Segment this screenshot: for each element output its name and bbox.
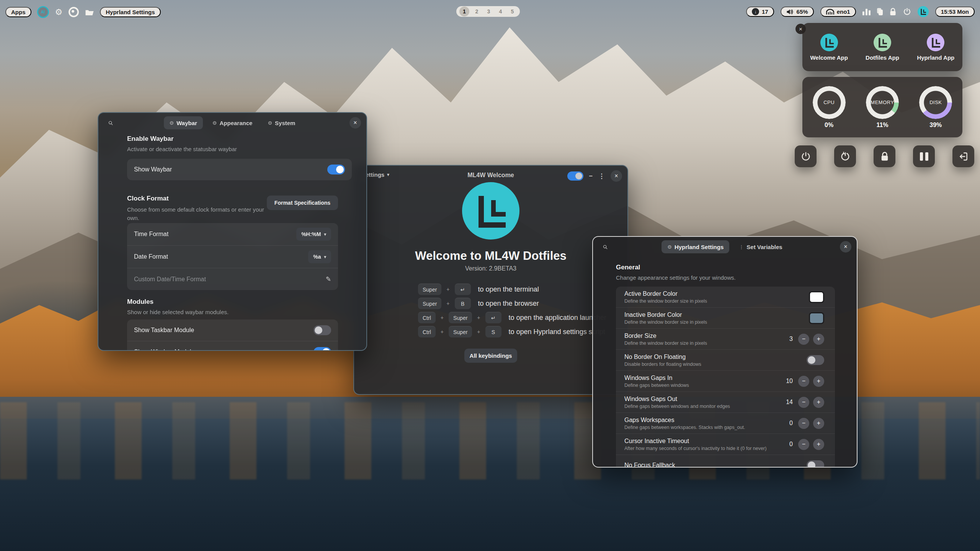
setting-title: Active Border Color bbox=[624, 290, 809, 297]
show-taskbar-toggle[interactable] bbox=[314, 325, 331, 335]
minus-icon: − bbox=[802, 420, 805, 427]
reboot-button[interactable] bbox=[834, 145, 856, 167]
settings-close-button[interactable]: × bbox=[350, 117, 361, 129]
plus-separator: + bbox=[477, 329, 480, 335]
workspace-1[interactable]: 1 bbox=[459, 7, 469, 16]
shutdown-button[interactable] bbox=[795, 145, 817, 167]
hyprland-app-launcher[interactable]: Hyprland App bbox=[909, 23, 962, 71]
key-ctrl: Ctrl bbox=[418, 312, 436, 323]
no-border-floating-toggle[interactable] bbox=[807, 355, 824, 365]
search-button[interactable] bbox=[106, 118, 115, 127]
chevron-down-icon: ▾ bbox=[387, 172, 389, 177]
gaps-workspaces-value: 0 bbox=[789, 420, 793, 427]
settings-gear-icon[interactable]: ⚙ bbox=[55, 8, 63, 16]
key-s: S bbox=[485, 326, 501, 337]
key-b: B bbox=[455, 298, 471, 309]
memory-percent: 11% bbox=[876, 122, 888, 129]
tab-hyprland-label: Hyprland Settings bbox=[675, 244, 724, 250]
active-border-color-swatch[interactable] bbox=[809, 291, 824, 303]
custom-format-row[interactable]: Custom Date/Time Format ✎ bbox=[127, 268, 338, 290]
panel-close-button[interactable]: × bbox=[795, 24, 806, 34]
gaps-in-row: Windows Gaps In Define gaps between wind… bbox=[616, 371, 835, 392]
section-enable-desc: Activate or deactivate the statusbar way… bbox=[127, 146, 338, 152]
date-format-dropdown[interactable]: %a ▾ bbox=[308, 250, 331, 263]
keybind-row: Ctrl + Super + ↵ to open the application… bbox=[418, 312, 606, 323]
keybind-desc: to open Hyprland settings script bbox=[509, 328, 605, 336]
dotfiles-app-launcher[interactable]: Dotfiles App bbox=[856, 23, 909, 71]
menu-kebab-button[interactable]: ⋮ bbox=[598, 172, 605, 180]
system-gauges-panel: CPU 0% MEMORY 11% DISK 39% bbox=[802, 77, 962, 137]
section-general-desc: Change appearance settings for your wind… bbox=[616, 274, 736, 281]
updates-module[interactable]: ↓ 17 bbox=[746, 7, 774, 17]
ml4w-updates-icon[interactable]: AI bbox=[37, 6, 49, 18]
lock-button[interactable] bbox=[874, 145, 895, 167]
dotfiles-app-label: Dotfiles App bbox=[866, 54, 899, 61]
tab-set-variables[interactable]: ⋮ Set Variables bbox=[733, 240, 788, 253]
welcome-app-icon bbox=[820, 34, 838, 51]
setting-desc: Define gaps between windows bbox=[624, 383, 786, 388]
date-format-row: Date Format %a ▾ bbox=[127, 246, 338, 268]
show-waybar-toggle[interactable] bbox=[327, 165, 345, 174]
increment-button[interactable]: + bbox=[813, 397, 824, 408]
welcome-close-button[interactable]: × bbox=[611, 170, 622, 182]
all-keybindings-button[interactable]: All keybindings bbox=[464, 349, 517, 363]
workspace-5[interactable]: 5 bbox=[508, 7, 517, 16]
decrement-button[interactable]: − bbox=[798, 439, 809, 450]
ml4w-logo-icon[interactable] bbox=[918, 6, 929, 17]
disk-percent: 39% bbox=[929, 122, 942, 129]
lock-icon[interactable] bbox=[889, 8, 897, 16]
clock-module[interactable]: 15:53 Mon bbox=[935, 7, 975, 17]
setting-title: Windows Gaps Out bbox=[624, 396, 786, 403]
apps-label: Apps bbox=[11, 9, 26, 15]
increment-button[interactable]: + bbox=[813, 376, 824, 387]
decrement-button[interactable]: − bbox=[798, 334, 809, 345]
workspace-2[interactable]: 2 bbox=[472, 7, 481, 16]
active-window-label[interactable]: Hyprland Settings bbox=[100, 7, 160, 17]
folder-icon[interactable] bbox=[85, 8, 94, 16]
tab-set-variables-label: Set Variables bbox=[746, 244, 782, 250]
minimize-button[interactable]: – bbox=[589, 172, 593, 180]
tab-waybar[interactable]: ⚙ Waybar bbox=[164, 116, 203, 129]
tab-system[interactable]: ⚙ System bbox=[262, 116, 301, 129]
tab-appearance[interactable]: ⚙ Appearance bbox=[207, 116, 258, 129]
apps-button[interactable]: Apps bbox=[5, 7, 31, 17]
show-window-toggle[interactable] bbox=[314, 347, 331, 351]
no-focus-fallback-toggle[interactable] bbox=[807, 460, 824, 468]
kebab-icon: ⋮ bbox=[598, 173, 605, 180]
hyprland-close-button[interactable]: × bbox=[840, 241, 851, 253]
setting-desc: Define the window border size in pixels bbox=[624, 298, 809, 304]
time-format-label: Time Format bbox=[134, 231, 168, 238]
decrement-button[interactable]: − bbox=[798, 376, 809, 387]
system-monitor-icon[interactable] bbox=[862, 8, 871, 15]
time-format-dropdown[interactable]: %H:%M ▾ bbox=[296, 228, 331, 241]
format-specifications-button[interactable]: Format Specifications bbox=[267, 196, 338, 210]
workspace-3[interactable]: 3 bbox=[484, 7, 493, 16]
setting-title: Cursor Inactive Timeout bbox=[624, 438, 789, 445]
volume-module[interactable]: 65% bbox=[781, 7, 814, 17]
show-waybar-row: Show Waybar bbox=[127, 159, 352, 180]
search-button[interactable] bbox=[601, 242, 610, 251]
increment-button[interactable]: + bbox=[813, 439, 824, 450]
decrement-button[interactable]: − bbox=[798, 418, 809, 429]
increment-button[interactable]: + bbox=[813, 418, 824, 429]
time-format-value: %H:%M bbox=[301, 231, 321, 237]
cpu-percent: 0% bbox=[825, 122, 833, 129]
tab-hyprland-settings[interactable]: ⚙ Hyprland Settings bbox=[662, 240, 729, 253]
inactive-border-color-swatch[interactable] bbox=[809, 312, 824, 324]
decrement-button[interactable]: − bbox=[798, 397, 809, 408]
welcome-app-label: Welcome App bbox=[810, 54, 848, 61]
suspend-button[interactable] bbox=[913, 145, 935, 167]
clipboard-icon[interactable] bbox=[877, 8, 883, 15]
tab-waybar-label: Waybar bbox=[176, 120, 197, 126]
browser-icon[interactable] bbox=[69, 7, 79, 17]
power-icon[interactable] bbox=[903, 8, 911, 16]
waybar: Apps AI ⚙ Hyprland Settings 1 2 3 4 5 bbox=[0, 0, 980, 20]
welcome-app-launcher[interactable]: Welcome App bbox=[802, 23, 856, 71]
logout-button[interactable] bbox=[952, 145, 974, 167]
increment-button[interactable]: + bbox=[813, 334, 824, 345]
network-module[interactable]: eno1 bbox=[820, 7, 856, 17]
workspace-4[interactable]: 4 bbox=[496, 7, 505, 16]
cursor-timeout-row: Cursor Inactive Timeout After how many s… bbox=[616, 434, 835, 455]
titlebar-toggle[interactable] bbox=[567, 171, 583, 181]
edit-pencil-icon[interactable]: ✎ bbox=[326, 275, 331, 283]
